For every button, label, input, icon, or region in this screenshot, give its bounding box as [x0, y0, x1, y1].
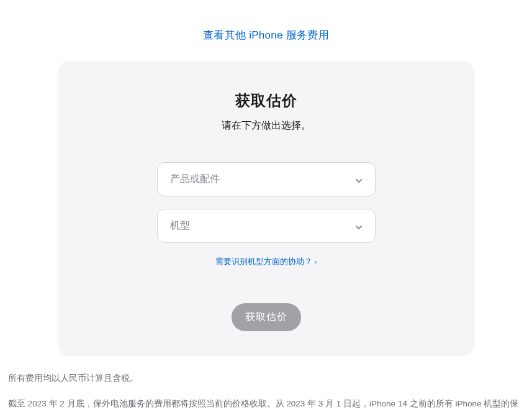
model-select-wrapper: 机型: [157, 209, 376, 243]
top-link-wrapper: 查看其他 iPhone 服务费用: [6, 0, 526, 61]
chevron-down-icon: [355, 176, 363, 183]
model-select-label: 机型: [170, 219, 190, 232]
product-select-wrapper: 产品或配件: [157, 162, 376, 196]
get-estimate-button[interactable]: 获取估价: [232, 303, 301, 331]
help-link-wrapper: 需要识别机型方面的协助？›: [83, 255, 449, 267]
chevron-down-icon: [355, 222, 363, 230]
product-select[interactable]: 产品或配件: [157, 162, 376, 196]
footer-tax-note: 所有费用均以人民币计算且含税。: [6, 370, 526, 387]
help-link-text: 需要识别机型方面的协助？: [215, 257, 312, 266]
footer-price-notice: 截至 2023 年 2 月底，保外电池服务的费用都将按照当前的价格收取。从 20…: [6, 395, 526, 412]
chevron-right-icon: ›: [315, 258, 317, 265]
model-select[interactable]: 机型: [157, 209, 376, 243]
other-iphone-service-link[interactable]: 查看其他 iPhone 服务费用: [203, 29, 329, 41]
estimate-card: 获取估价 请在下方做出选择。 产品或配件 机型: [58, 61, 474, 356]
identify-model-help-link[interactable]: 需要识别机型方面的协助？›: [215, 257, 317, 266]
card-subtitle: 请在下方做出选择。: [83, 119, 449, 132]
product-select-label: 产品或配件: [170, 173, 220, 186]
card-title: 获取估价: [83, 91, 449, 111]
footer-paragraph-start: 截至 2023 年 2 月底，保外电池服务的费用都将按照当前的价格收取。从 20…: [8, 399, 518, 412]
